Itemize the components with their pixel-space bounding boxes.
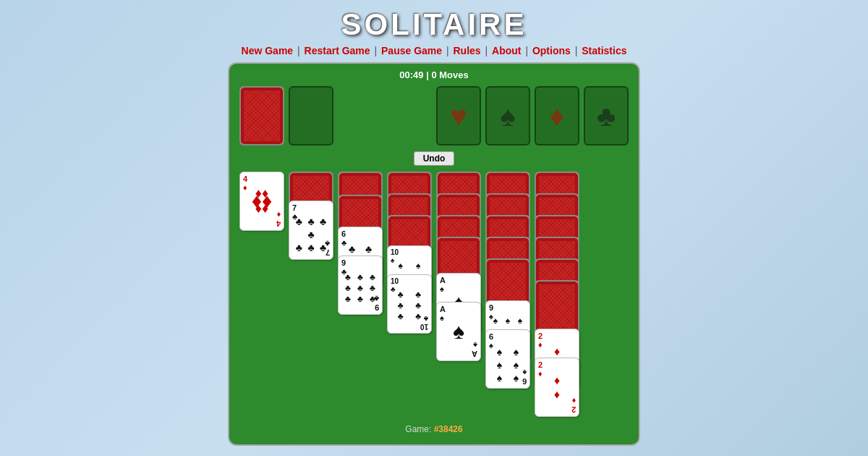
card-2d-2[interactable]: 2♦ ♦ ♦ 2♦ <box>535 358 579 417</box>
game-number: Game: #38426 <box>405 424 462 434</box>
nav-restart-game[interactable]: Restart Game <box>305 45 370 56</box>
foundation-diamonds[interactable]: ♦ <box>535 86 579 145</box>
status-bar: 00:49 | 0 Moves <box>399 69 468 80</box>
game-number-value: #38426 <box>434 424 463 434</box>
card-6x[interactable]: 6♠ ♠♠ ♠♠ ♠♠ 6♠ <box>485 329 530 389</box>
nav-statistics[interactable]: Statistics <box>582 45 626 56</box>
tableau-col-6: 2♦ ♦ ♦ 2♦ 2♦ ♦ ♦ 2♦ <box>535 172 579 417</box>
game-area: 00:49 | 0 Moves ♥ ♠ ♦ ♣ <box>228 62 640 446</box>
tableau-col-0: 4♦ ♦♦ 4♦ ♦♦♦♦ <box>239 172 284 231</box>
game-title: SOLITAIRE <box>341 7 527 42</box>
waste-pile[interactable] <box>289 86 333 145</box>
tableau-col-4: A♠ ♠ A♠ A♠ ♠ A♠ <box>436 172 481 361</box>
card-4d[interactable]: 4♦ ♦♦ 4♦ ♦♦♦♦ <box>239 172 284 231</box>
nav-options[interactable]: Options <box>532 45 571 56</box>
tableau-col-5: 9♠ ♠♠♠ ♠♠♠ ♠♠♠ 9♠ 6♠ ♠♠ ♠♠ ♠♠ 6♠ <box>485 172 530 389</box>
tableau-col-3: 10♠ ♠♠ ♠♠ ♠♠ 10♠ 10♣ ♣♣ ♣♣ ♣♣ 10♣ <box>387 172 432 334</box>
tableau-col-1: 7♣ ♣♣♣ ♣ ♣♣♣ 7♣ <box>289 172 333 260</box>
foundation-clubs[interactable]: ♣ <box>584 86 629 145</box>
nav-about[interactable]: About <box>492 45 521 56</box>
undo-area: Undo <box>239 151 629 166</box>
card-as-2[interactable]: A♠ ♠ A♠ <box>436 302 481 361</box>
card-9x[interactable]: 9♣ ♣♣♣ ♣♣♣ ♣♣♣ 9♣ <box>338 256 383 315</box>
navigation: New Game | Restart Game | Pause Game | R… <box>242 45 627 56</box>
nav-rules[interactable]: Rules <box>454 45 481 56</box>
tableau: 4♦ ♦♦ 4♦ ♦♦♦♦ 7♣ ♣♣♣ ♣ ♣♣♣ 7♣ <box>239 172 629 417</box>
foundations: ♥ ♠ ♦ ♣ <box>436 86 629 145</box>
top-section: ♥ ♠ ♦ ♣ <box>239 86 629 145</box>
foundation-spades[interactable]: ♠ <box>485 86 530 145</box>
undo-button[interactable]: Undo <box>414 151 455 166</box>
tableau-col-2: 6♣ ♣♣ ♣♣ ♣♣ 6♣ 9♣ ♣♣♣ ♣♣♣ ♣♣♣ 9♣ <box>338 172 383 315</box>
nav-pause-game[interactable]: Pause Game <box>381 45 442 56</box>
card-7c[interactable]: 7♣ ♣♣♣ ♣ ♣♣♣ 7♣ <box>289 200 333 260</box>
foundation-hearts[interactable]: ♥ <box>436 86 481 145</box>
nav-new-game[interactable]: New Game <box>242 45 294 56</box>
stock-pile[interactable] <box>239 86 284 145</box>
stock-waste <box>239 86 333 145</box>
card-10c-2[interactable]: 10♣ ♣♣ ♣♣ ♣♣ 10♣ <box>387 274 432 334</box>
